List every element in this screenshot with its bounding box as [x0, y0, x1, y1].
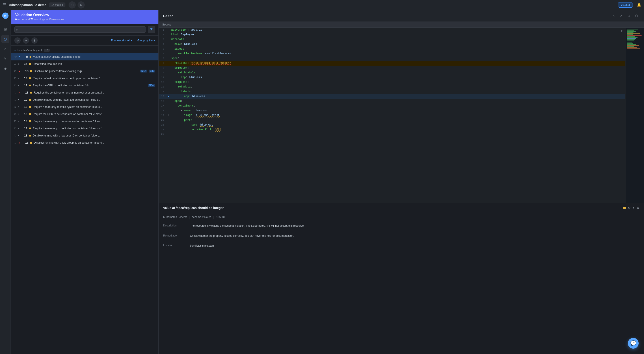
expand-icon[interactable]: ▾	[18, 98, 19, 101]
expand-icon[interactable]: ▾	[18, 113, 19, 115]
expand-icon[interactable]: ▲	[18, 70, 20, 72]
list-item[interactable]: ⬡ ▾ 32 Unsatisfied resource link.	[11, 60, 158, 68]
code-line-18: 18 - name: blue-cms	[159, 108, 625, 113]
list-item[interactable]: ☆ ▾ 8 Value at /spec/replicas should be …	[11, 53, 158, 60]
topbar: ☰ kubeshop/monokle-demo ⎇ main ▾ ⬡ ↻ v1.…	[0, 0, 644, 10]
code-line-9: 9 selector:	[159, 66, 625, 70]
shield-icon: 🛡	[14, 106, 16, 108]
validation-list: ▾ bundles/simple.yaml 13 ☆ ▾ 8 Value at …	[11, 46, 158, 354]
issue-settings-button[interactable]: ⚙	[636, 206, 640, 210]
remediation-value: Check whether the property is used corre…	[190, 234, 640, 238]
filter-button[interactable]: ⧩	[148, 26, 155, 33]
code-line-7: 7 spec:	[159, 56, 625, 61]
sidebar-item-search[interactable]: ⌕	[1, 45, 10, 53]
list-item[interactable]: 🛡 ▾ 18 Require the CPU to be limited on …	[11, 82, 158, 89]
shield-icon: 🛡	[14, 70, 16, 72]
list-item[interactable]: 🛡 ▾ 18 Require a read-only root file sys…	[11, 103, 158, 111]
severity-dot	[29, 63, 31, 65]
main-layout: M ⊞ ◎ ⌕ ⑂ ◈ Validation Overview 0 errors…	[0, 10, 644, 354]
list-item[interactable]: 🛡 ▾ 18 Require the CPU to be requested o…	[11, 111, 158, 118]
issue-code: K8S001	[216, 215, 226, 219]
expand-icon[interactable]: ▾	[18, 84, 19, 87]
item-text: Require a read-only root file system on …	[33, 105, 155, 109]
item-count: 19	[21, 98, 27, 101]
list-item[interactable]: 🛡 ▲ 18 Requires the container to runs as…	[11, 89, 158, 96]
code-area[interactable]: 1 apiVersion: apps/v1 2 kind: Deployment…	[159, 28, 644, 203]
list-item[interactable]: 🛡 ▾ 18 Disallow running with a low user …	[11, 132, 158, 139]
item-text: Require default capabilities to be dropp…	[33, 77, 155, 80]
description-field: Description The resource is violating th…	[163, 221, 640, 231]
shield-icon: 🛡	[14, 113, 16, 116]
avatar[interactable]: M	[2, 12, 8, 19]
shield-icon: 🛡	[14, 127, 16, 130]
list-item[interactable]: 🛡 ▲ 18 Disallow the process from elevati…	[11, 68, 158, 75]
code-line-15: 15 ▶ app: blue-cms	[159, 94, 625, 99]
expand-icon[interactable]: ▾	[18, 134, 19, 137]
share-button[interactable]: ⬡	[68, 1, 76, 8]
issue-expand-icon[interactable]: ▾	[633, 206, 634, 209]
group-by-label: Group by file	[137, 39, 152, 42]
prev-button[interactable]: <	[610, 12, 617, 19]
sidebar-item-tags[interactable]: ◈	[1, 64, 10, 72]
issue-severity-dot	[624, 207, 626, 209]
location-field: Location bundles/simple.yaml	[163, 241, 640, 251]
item-text: Disallow images with the latest tag on c…	[33, 98, 155, 101]
next-button[interactable]: >	[618, 12, 624, 19]
branch-selector[interactable]: ⎇ main ▾	[49, 2, 66, 7]
code-line-5: 5 labels:	[159, 47, 625, 51]
item-count: 18	[21, 112, 27, 116]
search-input[interactable]	[14, 26, 146, 33]
notifications-bell-icon[interactable]: 🔔	[637, 3, 641, 7]
expand-icon[interactable]: ▾	[18, 120, 19, 122]
file-group-expand-icon[interactable]: ▾	[14, 49, 16, 52]
severity-dot	[30, 92, 32, 94]
settings-validation-button[interactable]: ✦	[23, 37, 29, 44]
expand-icon[interactable]: ▲	[18, 91, 20, 94]
download-validation-button[interactable]: ⬇	[31, 37, 38, 44]
item-text: Disallow the process from elevating its …	[34, 70, 138, 73]
share-editor-button[interactable]: ⬡	[633, 12, 640, 19]
expand-icon[interactable]: ▾	[18, 77, 19, 79]
list-item[interactable]: 🛡 ▾ 19 Disallow images with the latest t…	[11, 96, 158, 103]
list-item[interactable]: 🛡 ▲ 18 Disallow running with a low group…	[11, 139, 158, 146]
expand-icon[interactable]: ▲	[18, 141, 20, 144]
cis-tag: CIS	[149, 70, 155, 72]
refresh-button[interactable]: ↻	[78, 1, 85, 8]
item-count: 18	[22, 91, 28, 94]
code-line-12: 12 template:	[159, 80, 625, 85]
schema-name: Kubernetes Schema	[163, 215, 188, 219]
severity-dot	[29, 85, 31, 86]
sidebar-item-validation[interactable]: ◎	[1, 35, 10, 43]
issue-gear-icon[interactable]: ⚙	[628, 206, 631, 210]
refresh-validation-button[interactable]: ↻	[14, 37, 20, 44]
list-item[interactable]: 🛡 ▾ 18 Require default capabilities to b…	[11, 75, 158, 82]
sidebar-item-files[interactable]: ⊞	[1, 25, 10, 33]
item-text: Require the CPU to be limited on contain…	[33, 84, 146, 87]
description-value: The resource is violating the schema vio…	[190, 224, 640, 228]
validation-options: ↻ ✦ ⬇ Frameworks: All ▾ Group by file ▾	[11, 36, 158, 46]
star-icon: ☆	[14, 55, 17, 58]
code-line-6: 6 monokle.io/demo: vanilla-blue-cms	[159, 51, 625, 56]
topbar-actions: ⬡ ↻	[68, 1, 85, 8]
expand-icon[interactable]: ▾	[18, 127, 19, 130]
expand-icon[interactable]: ▾	[18, 63, 19, 65]
group-by-dropdown[interactable]: Group by file ▾	[137, 39, 155, 42]
frameworks-dropdown[interactable]: Frameworks: All ▾	[111, 39, 132, 42]
issue-detail-title: Value at /spec/replicas should be intege…	[163, 206, 621, 210]
chat-bubble-button[interactable]: 💬	[628, 338, 638, 349]
sidebar-item-git[interactable]: ⑂	[1, 55, 10, 63]
frameworks-chevron-icon: ▾	[131, 39, 132, 42]
item-count: 32	[21, 62, 27, 66]
share-code-button[interactable]: ⬡	[621, 29, 624, 33]
expand-icon[interactable]: ▾	[18, 55, 20, 58]
list-item[interactable]: 🛡 ▾ 18 Require the memory to be requeste…	[11, 118, 158, 125]
issue-fields: Description The resource is violating th…	[159, 221, 644, 251]
nsa-tag: NSA	[140, 70, 147, 72]
open-file-button[interactable]: ⊡	[626, 12, 632, 19]
item-text: Require the memory to be limited on cont…	[33, 127, 155, 130]
expand-icon[interactable]: ▾	[18, 106, 19, 108]
link-icon: ⬡	[14, 62, 16, 65]
list-item[interactable]: 🛡 ▾ 18 Require the memory to be limited …	[11, 125, 158, 132]
version-badge: v1.26.3	[618, 2, 633, 7]
hamburger-icon[interactable]: ☰	[3, 2, 6, 7]
